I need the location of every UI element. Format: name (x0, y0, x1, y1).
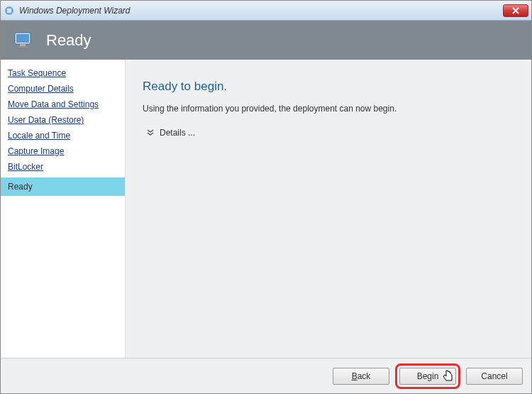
svg-rect-4 (20, 44, 26, 46)
svg-rect-1 (7, 9, 11, 13)
sidebar-item-capture-image[interactable]: Capture Image (1, 143, 125, 159)
sidebar-item-ready[interactable]: Ready (1, 177, 125, 196)
sidebar-item-move-data[interactable]: Move Data and Settings (1, 97, 125, 112)
sidebar-item-task-sequence[interactable]: Task Sequence (1, 65, 125, 81)
sidebar-item-user-data-restore[interactable]: User Data (Restore) (1, 112, 125, 128)
begin-button[interactable]: Begin (399, 368, 456, 385)
titlebar: Windows Deployment Wizard (1, 1, 531, 21)
close-icon (512, 7, 519, 14)
close-button[interactable] (503, 4, 528, 17)
page-description: Using the information you provided, the … (143, 104, 514, 114)
cancel-button[interactable]: Cancel (466, 368, 523, 385)
begin-highlight: Begin (395, 363, 460, 389)
monitor-icon (13, 31, 36, 50)
banner: Ready (1, 21, 531, 60)
svg-rect-3 (16, 34, 29, 43)
banner-title: Ready (46, 31, 92, 50)
main-panel: Ready to begin. Using the information yo… (126, 60, 531, 358)
sidebar-item-locale-time[interactable]: Locale and Time (1, 128, 125, 143)
back-button[interactable]: Back (333, 368, 389, 385)
window-title: Windows Deployment Wizard (19, 6, 503, 16)
button-row: Back Begin Cancel (1, 358, 531, 393)
details-label: Details ... (160, 128, 195, 138)
chevron-down-icon (145, 128, 155, 137)
sidebar: Task Sequence Computer Details Move Data… (1, 60, 126, 358)
sidebar-item-bitlocker[interactable]: BitLocker (1, 159, 125, 175)
sidebar-item-computer-details[interactable]: Computer Details (1, 81, 125, 97)
details-toggle[interactable]: Details ... (145, 128, 514, 138)
svg-rect-5 (18, 46, 28, 48)
content-area: Task Sequence Computer Details Move Data… (1, 60, 531, 358)
page-heading: Ready to begin. (143, 80, 514, 94)
app-icon (4, 5, 15, 16)
